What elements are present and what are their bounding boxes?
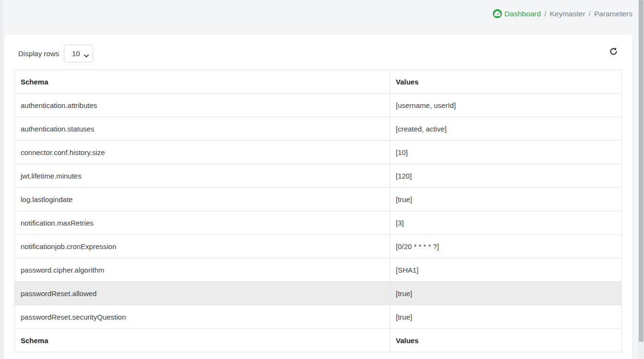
schema-cell[interactable]: password.cipher.algorithm [15,258,390,282]
schema-cell[interactable]: log.lastlogindate [15,188,390,211]
values-cell[interactable]: [username, userId] [390,94,621,117]
parameters-table-body: authentication.attributes[username, user… [15,94,622,329]
table-row[interactable]: notificationjob.cronExpression[0/20 * * … [15,235,622,258]
top-bar: Dashboard / Keymaster / Parameters [0,0,644,35]
parameters-table-head: Schema Values [15,70,622,94]
rows-per-page-select-wrap: 10 [64,45,93,62]
dashboard-gauge-icon [493,9,502,18]
breadcrumb-dashboard-link[interactable]: Dashboard [493,9,541,18]
breadcrumb-separator: / [589,10,591,18]
column-header-values: Values [390,70,621,94]
schema-cell[interactable]: passwordReset.securityQuestion [15,305,390,329]
parameters-table: Schema Values authentication.attributes[… [14,70,622,352]
parameters-table-foot: Schema Values [15,329,622,352]
footer-column-values: Values [390,329,621,352]
table-row[interactable]: log.lastlogindate[true] [15,188,622,211]
values-cell[interactable]: [true] [390,305,621,329]
breadcrumb-item-keymaster: Keymaster [549,10,585,18]
refresh-icon [609,46,618,58]
refresh-button[interactable] [606,45,620,59]
values-cell[interactable]: [true] [390,188,621,211]
column-header-schema: Schema [15,70,390,94]
schema-cell[interactable]: jwt.lifetime.minutes [15,164,390,188]
table-row[interactable]: notification.maxRetries[3] [15,211,622,235]
scrollbar-thumb[interactable] [639,0,644,342]
breadcrumb-item-parameters: Parameters [594,10,632,18]
table-toolbar: Display rows 10 [14,44,622,62]
rows-per-page-select[interactable]: 10 [64,45,93,62]
schema-cell[interactable]: notificationjob.cronExpression [15,235,390,258]
table-row[interactable]: authentication.attributes[username, user… [15,94,622,117]
header-row: Schema Values [15,70,622,94]
values-cell[interactable]: [3] [390,211,621,235]
values-cell[interactable]: [created, active] [390,117,621,141]
scrollbar-track[interactable] [638,0,644,359]
table-row[interactable]: passwordReset.allowed[true] [15,282,622,305]
parameters-panel: Display rows 10 Schema Values [4,35,632,359]
schema-cell[interactable]: authentication.attributes [15,94,390,117]
table-row[interactable]: passwordReset.securityQuestion[true] [15,305,622,329]
breadcrumb-separator: / [544,10,546,18]
breadcrumb: Dashboard / Keymaster / Parameters [493,9,632,18]
schema-cell[interactable]: authentication.statuses [15,117,390,141]
breadcrumb-dashboard-label: Dashboard [504,10,541,18]
footer-column-schema: Schema [15,329,390,352]
table-row[interactable]: connector.conf.history.size[10] [15,141,622,164]
schema-cell[interactable]: notification.maxRetries [15,211,390,235]
values-cell[interactable]: [SHA1] [390,258,621,282]
values-cell[interactable]: [true] [390,282,621,305]
table-row[interactable]: password.cipher.algorithm[SHA1] [15,258,622,282]
schema-cell[interactable]: connector.conf.history.size [15,141,390,164]
footer-header-row: Schema Values [15,329,622,352]
table-row[interactable]: authentication.statuses[created, active] [15,117,622,141]
values-cell[interactable]: [0/20 * * * * ?] [390,235,621,258]
values-cell[interactable]: [120] [390,164,621,188]
schema-cell[interactable]: passwordReset.allowed [15,282,390,305]
table-row[interactable]: jwt.lifetime.minutes[120] [15,164,622,188]
values-cell[interactable]: [10] [390,141,621,164]
display-rows-label: Display rows [18,49,59,58]
